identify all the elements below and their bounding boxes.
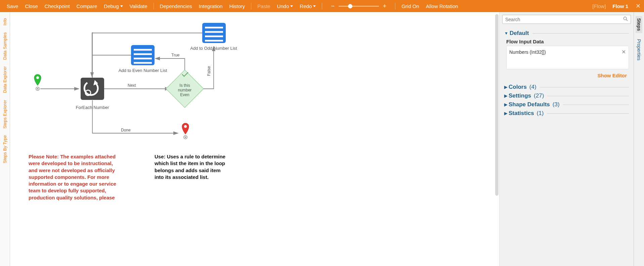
- edge-next-label: Next: [128, 83, 136, 88]
- canvas-scrollbar[interactable]: [495, 14, 499, 196]
- svg-point-21: [184, 125, 187, 128]
- integration-button[interactable]: Integration: [199, 3, 223, 9]
- section-colors[interactable]: ▶ Colors (4): [504, 84, 629, 90]
- history-button[interactable]: History: [229, 3, 245, 9]
- dependencies-button[interactable]: Dependencies: [160, 3, 192, 9]
- chevron-right-icon: ▶: [504, 93, 507, 98]
- allow-rotation-button[interactable]: Allow Rotation: [426, 3, 458, 9]
- note-red-text: Please Note: The examples attached were …: [29, 153, 119, 201]
- input-item-text: Numbers (Int32[]): [509, 49, 546, 55]
- search-box[interactable]: [502, 15, 631, 24]
- search-input[interactable]: [505, 17, 622, 22]
- left-side-tabs: Info Data Samples Data Explorer Steps Ex…: [0, 12, 10, 266]
- chevron-right-icon: ▶: [504, 85, 507, 89]
- zoom-in-icon[interactable]: +: [381, 3, 389, 10]
- compare-button[interactable]: Compare: [77, 3, 97, 9]
- tab-info[interactable]: Info: [2, 18, 7, 26]
- chevron-down-icon: ▼: [504, 31, 508, 36]
- svg-point-23: [185, 137, 186, 138]
- properties-panel: ▼ Default Flow Input Data Numbers (Int32…: [500, 12, 634, 266]
- toolbar-separator: [251, 3, 251, 9]
- svg-point-2: [37, 88, 38, 89]
- tab-data-samples[interactable]: Data Samples: [2, 32, 7, 60]
- edge-done-label: Done: [121, 128, 131, 132]
- start-node[interactable]: [34, 74, 41, 90]
- right-side-tabs: Steps Properties: [634, 12, 644, 266]
- tab-properties[interactable]: Properties: [636, 37, 642, 63]
- validate-button[interactable]: Validate: [130, 3, 147, 9]
- section-shape-defaults[interactable]: ▶ Shape Defaults (3): [504, 101, 629, 108]
- paste-button[interactable]: Paste: [257, 3, 270, 9]
- flow-input-list[interactable]: Numbers (Int32[]) ✕: [506, 46, 629, 69]
- tab-data-explorer[interactable]: Data Explorer: [2, 66, 7, 93]
- odd-list-label: Add to Odd Number List: [190, 46, 237, 51]
- note-black-text: Use: Uses a rule to determine which list…: [155, 153, 230, 181]
- zoom-slider-track[interactable]: [339, 6, 379, 7]
- section-settings[interactable]: ▶ Settings (27): [504, 92, 629, 99]
- svg-point-0: [36, 76, 39, 79]
- flow-input-data-label: Flow Input Data: [506, 39, 629, 44]
- chevron-right-icon: ▶: [504, 111, 507, 116]
- section-default[interactable]: ▼ Default: [504, 30, 629, 37]
- toolbar-separator: [395, 3, 395, 9]
- tab-steps-by-type[interactable]: Steps By Type: [2, 135, 7, 163]
- zoom-out-icon[interactable]: −: [329, 3, 337, 10]
- save-button[interactable]: Save: [7, 3, 18, 9]
- edge-true-label: True: [171, 53, 180, 58]
- even-list-node[interactable]: Add to Even Number List: [119, 45, 167, 73]
- undo-dropdown[interactable]: Undo: [277, 3, 293, 9]
- section-statistics[interactable]: ▶ Statistics (1): [504, 110, 629, 117]
- flow-canvas[interactable]: ForEach Number Next Done Is this number …: [10, 12, 500, 266]
- grid-on-button[interactable]: Grid On: [401, 3, 419, 9]
- zoom-slider-handle[interactable]: [348, 4, 352, 8]
- remove-input-icon[interactable]: ✕: [621, 49, 626, 55]
- toolbar-separator: [154, 3, 154, 9]
- top-toolbar: Save Close Checkpoint Compare Debug Vali…: [0, 0, 644, 12]
- svg-line-25: [626, 20, 628, 21]
- end-node[interactable]: [182, 123, 189, 139]
- redo-dropdown[interactable]: Redo: [300, 3, 316, 9]
- even-list-label: Add to Even Number List: [119, 68, 167, 73]
- svg-text:Is this: Is this: [179, 83, 190, 88]
- close-tab-icon[interactable]: ✕: [636, 2, 641, 10]
- zoom-control[interactable]: − +: [329, 3, 388, 10]
- tab-steps-explorer[interactable]: Steps Explorer: [2, 100, 7, 128]
- edge-false-label: False: [207, 66, 211, 76]
- svg-text:Even: Even: [180, 92, 189, 97]
- search-icon[interactable]: [623, 16, 628, 22]
- tab-steps[interactable]: Steps: [636, 16, 642, 33]
- input-item-row[interactable]: Numbers (Int32[]) ✕: [509, 48, 626, 56]
- debug-dropdown[interactable]: Debug: [104, 3, 123, 9]
- svg-text:number: number: [178, 88, 192, 92]
- toolbar-separator: [322, 3, 322, 9]
- close-button[interactable]: Close: [25, 3, 38, 9]
- svg-point-24: [624, 17, 627, 20]
- flow-diagram: ForEach Number Next Done Is this number …: [10, 12, 396, 153]
- chevron-right-icon: ▶: [504, 102, 507, 107]
- decision-node[interactable]: Is this number Even: [166, 70, 204, 108]
- odd-list-node[interactable]: Add to Odd Number List: [190, 23, 237, 51]
- flow-name-label: Flow 1: [612, 3, 628, 9]
- show-editor-link[interactable]: Show Editor: [504, 73, 627, 78]
- checkpoint-button[interactable]: Checkpoint: [45, 3, 70, 9]
- flow-type-label: [Flow]: [592, 3, 606, 9]
